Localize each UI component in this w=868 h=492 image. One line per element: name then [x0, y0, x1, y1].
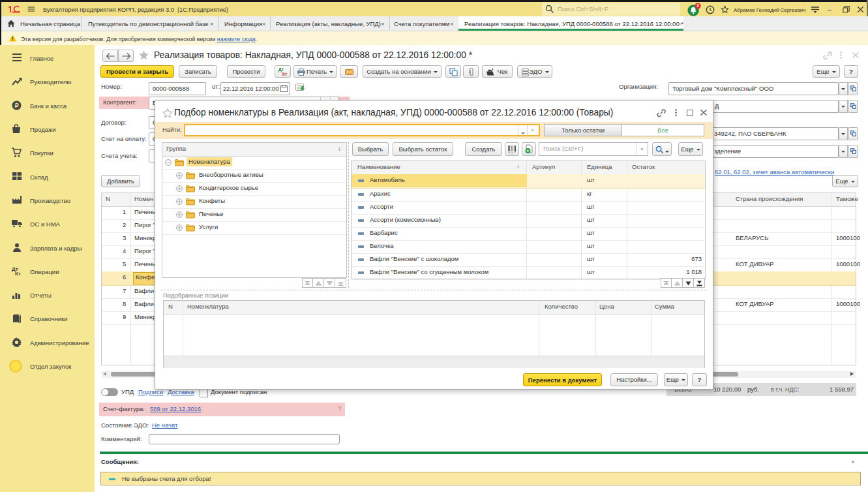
- svg-text:3: 3: [696, 3, 699, 8]
- svg-text:₽: ₽: [14, 102, 18, 109]
